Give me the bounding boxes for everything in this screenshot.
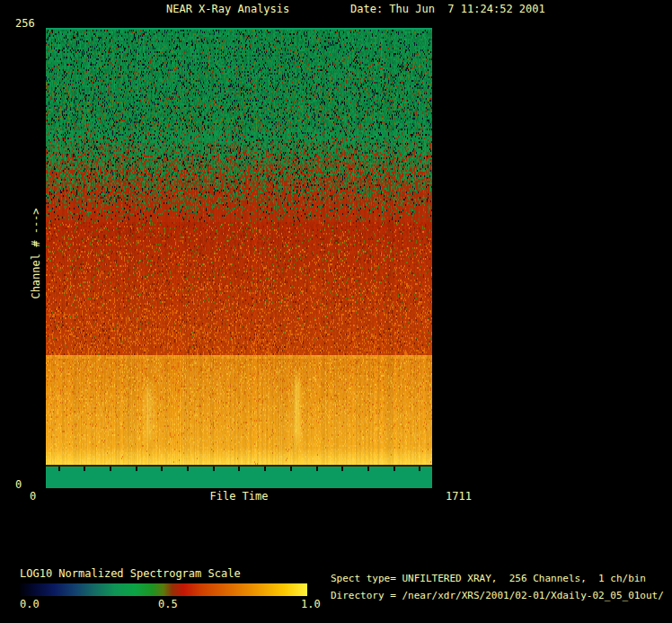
colorbar-tick-0: 0.0	[20, 599, 40, 610]
colorbar-gradient	[20, 583, 307, 596]
near-xray-analysis-window: NEAR X-Ray Analysis Date: Thu Jun 7 11:2…	[0, 0, 672, 623]
x-axis-min-label: 0	[30, 491, 36, 503]
colorbar-tick-0_5: 0.5	[158, 599, 178, 610]
y-axis-max-label: 256	[15, 18, 35, 30]
date-label: Date: Thu Jun 7 11:24:52 2001	[350, 4, 545, 15]
x-axis-title: File Time	[46, 491, 432, 503]
x-axis-max-label: 1711	[446, 491, 472, 503]
page-title: NEAR X-Ray Analysis	[166, 4, 289, 15]
y-axis-min-label: 0	[15, 479, 22, 491]
y-axis-title: Channel # --->	[30, 208, 42, 298]
colorbar-tick-1: 1.0	[301, 599, 321, 610]
colorbar-title: LOG10 Normalized Spectrogram Scale	[20, 568, 241, 580]
spectrogram-canvas	[46, 28, 432, 488]
spect-type-line: Spect type= UNFILTERED XRAY, 256 Channel…	[331, 574, 646, 584]
directory-line: Directory = /near/xdr/XRS/2001/02-01/Xda…	[331, 591, 664, 601]
